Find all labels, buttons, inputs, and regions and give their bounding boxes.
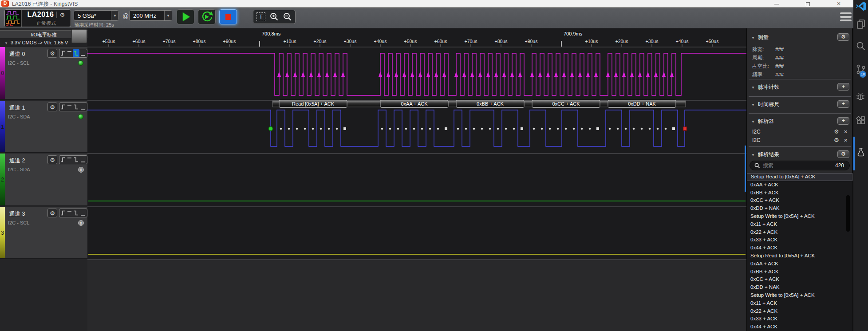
decoder-row[interactable]: I2C⚙✕: [747, 128, 852, 136]
decode-results-section-header[interactable]: ▼解析结果: [747, 150, 852, 159]
result-item[interactable]: 0xCC + ACK: [747, 197, 852, 205]
testing-beaker-icon[interactable]: [856, 147, 866, 158]
zoom-out-button[interactable]: [282, 12, 293, 22]
menu-button[interactable]: [840, 12, 852, 23]
result-item[interactable]: 0x33 + ACK: [747, 236, 852, 244]
trigger-falling-edge-icon[interactable]: [73, 49, 79, 57]
close-button[interactable]: ✕: [831, 0, 846, 8]
stop-capture-button[interactable]: [219, 9, 237, 24]
trigger-high-level-icon[interactable]: [66, 209, 73, 217]
channel-settings-gear-icon[interactable]: ⚙: [47, 49, 57, 58]
result-item[interactable]: Setup Read to [0x5A] + ACK: [747, 252, 852, 260]
result-item[interactable]: 0x22 + ACK: [747, 307, 852, 315]
channel-settings-gear-icon[interactable]: ⚙: [47, 102, 57, 111]
channel-block[interactable]: 2通道 2⚙I2C - SDA0: [0, 154, 87, 206]
explorer-files-icon[interactable]: [856, 19, 866, 29]
trigger-low-level-icon[interactable]: [79, 209, 86, 217]
channel-settings-gear-icon[interactable]: ⚙: [47, 155, 57, 164]
text-select-tool-button[interactable]: T: [255, 12, 267, 22]
channel-block[interactable]: 1通道 1⚙I2C - SDA: [0, 101, 87, 153]
result-item[interactable]: 0x44 + ACK: [747, 244, 852, 252]
maximize-button[interactable]: [800, 0, 815, 8]
result-item[interactable]: 0xBB + ACK: [747, 268, 852, 276]
result-item[interactable]: 0xDD + NAK: [747, 205, 852, 213]
trigger-low-level-icon[interactable]: [79, 103, 86, 111]
decoders-section-header[interactable]: ▼解析器: [747, 117, 852, 126]
svg-text:+20us: +20us: [314, 39, 327, 44]
result-item[interactable]: 0xAA + ACK: [747, 260, 852, 268]
svg-text:+10us: +10us: [585, 39, 598, 44]
sample-frequency-select[interactable]: 200 MHz ▼: [129, 10, 172, 21]
search-icon: [754, 163, 760, 169]
svg-text:+30us: +30us: [646, 39, 659, 44]
device-waveform-icon: [5, 10, 22, 27]
result-item[interactable]: 0x22 + ACK: [747, 229, 852, 236]
result-item[interactable]: 0xBB + ACK: [747, 189, 852, 197]
trigger-high-level-icon[interactable]: [66, 103, 73, 111]
chevron-down-icon[interactable]: ▼: [164, 11, 172, 20]
trigger-rising-edge-icon[interactable]: [59, 209, 66, 217]
result-item[interactable]: Setup Write to [0x5A] + ACK: [747, 292, 852, 299]
sample-rate-select[interactable]: 5 GSa* ▼: [74, 10, 119, 21]
search-placeholder: 搜索: [763, 162, 835, 169]
decoder-settings-gear-icon[interactable]: ⚙: [834, 128, 839, 136]
trigger-rising-edge-icon[interactable]: [59, 103, 66, 111]
trigger-low-level-icon[interactable]: [79, 49, 86, 57]
channel-block[interactable]: 0通道 0⚙I2C - SCL: [0, 47, 87, 100]
result-item[interactable]: Setup Read to [0x5A] + ACK: [747, 173, 852, 181]
result-item[interactable]: 0xCC + ACK: [747, 276, 852, 284]
trigger-falling-edge-icon[interactable]: [73, 209, 79, 217]
waveform-canvas: +50us+60us+70us+80us+90us+10us+20us+30us…: [87, 28, 746, 331]
result-item[interactable]: 0xDD + NAK: [747, 284, 852, 292]
time-ruler-section-header[interactable]: ▼时间标尺: [747, 100, 852, 109]
decoder-row[interactable]: I2C⚙✕: [747, 136, 852, 144]
svg-text:+50us: +50us: [706, 39, 719, 44]
add-decoder-button[interactable]: +: [837, 117, 849, 125]
decode-annotation: 0xDD + NAK: [628, 101, 656, 106]
loop-capture-button[interactable]: [198, 9, 216, 24]
measure-section-header[interactable]: ▼测量: [747, 33, 852, 42]
chevron-down-icon[interactable]: ▼: [111, 11, 118, 20]
result-item[interactable]: Setup Write to [0x5A] + ACK: [747, 213, 852, 221]
trigger-falling-edge-icon[interactable]: [73, 103, 79, 111]
trigger-rising-edge-icon[interactable]: [59, 49, 66, 57]
zoom-in-button[interactable]: [268, 12, 280, 22]
trigger-high-level-icon[interactable]: [66, 156, 73, 164]
waveform-scrollbar[interactable]: [745, 146, 746, 192]
result-item[interactable]: 0xAA + ACK: [747, 181, 852, 189]
minimize-button[interactable]: [769, 0, 784, 8]
results-search-input[interactable]: 搜索 420: [750, 161, 850, 170]
run-debug-icon[interactable]: [856, 91, 866, 102]
svg-text:+50us: +50us: [103, 39, 115, 44]
decode-results-list[interactable]: Setup Read to [0x5A] + ACK0xAA + ACK0xBB…: [747, 173, 852, 331]
add-time-ruler-button[interactable]: +: [837, 100, 849, 108]
sidebar-scrollbar[interactable]: [71, 29, 87, 43]
result-item[interactable]: 0x44 + ACK: [747, 323, 852, 331]
start-capture-button[interactable]: [177, 9, 194, 24]
device-widget[interactable]: LA2016⚙ 正常模式: [4, 9, 71, 27]
result-item[interactable]: 0x33 + ACK: [747, 315, 852, 323]
svg-text:+90us: +90us: [525, 39, 538, 44]
result-item[interactable]: 0x11 + ACK: [747, 299, 852, 307]
result-item[interactable]: 0x11 + ACK: [747, 221, 852, 229]
trigger-rising-edge-icon[interactable]: [59, 156, 66, 164]
trigger-high-level-icon[interactable]: [66, 49, 73, 57]
search-icon[interactable]: [856, 41, 866, 51]
decoder-remove-icon[interactable]: ✕: [844, 128, 848, 136]
pulse-count-section-header[interactable]: ▼脉冲计数: [747, 83, 852, 91]
channel-number: 3: [0, 230, 5, 236]
svg-text:+10us: +10us: [284, 39, 296, 44]
trigger-low-level-icon[interactable]: [79, 156, 86, 164]
channel-settings-gear-icon[interactable]: ⚙: [47, 209, 57, 217]
results-scrollbar[interactable]: [846, 195, 850, 232]
waveform-view[interactable]: +50us+60us+70us+80us+90us+10us+20us+30us…: [87, 28, 746, 331]
decoder-settings-gear-icon[interactable]: ⚙: [834, 136, 839, 144]
measure-settings-gear-button[interactable]: ⚙: [837, 33, 849, 41]
device-settings-gear-icon[interactable]: ⚙: [56, 12, 65, 18]
trigger-falling-edge-icon[interactable]: [73, 156, 79, 164]
channel-block[interactable]: 3通道 3⚙I2C - SCL0: [0, 207, 87, 259]
extensions-icon[interactable]: [856, 115, 866, 126]
add-pulse-count-button[interactable]: +: [837, 83, 849, 91]
results-settings-gear-button[interactable]: ⚙: [837, 150, 849, 158]
decoder-remove-icon[interactable]: ✕: [844, 136, 848, 144]
